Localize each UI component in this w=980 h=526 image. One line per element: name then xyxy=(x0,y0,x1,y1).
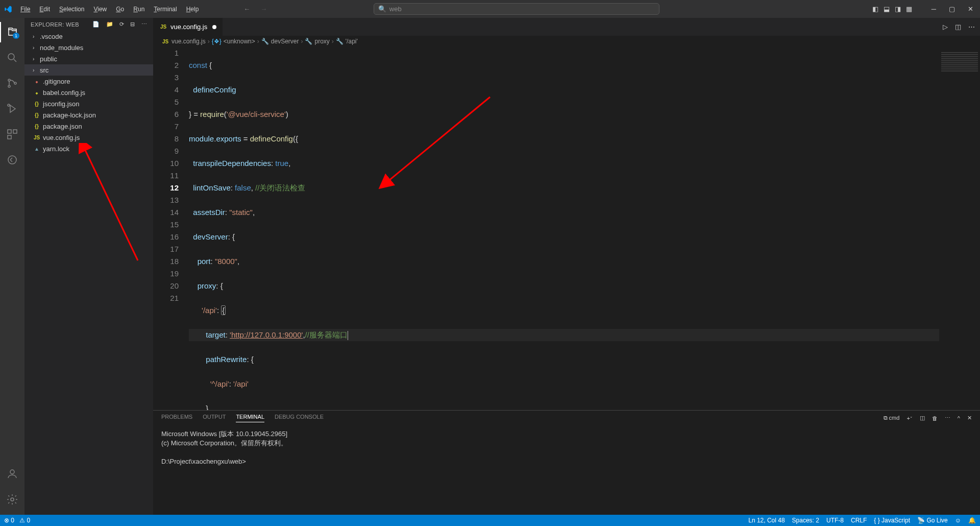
menu-edit[interactable]: Edit xyxy=(35,4,54,15)
tree-file[interactable]: {}package-lock.json xyxy=(24,109,153,121)
js-file-icon: JS xyxy=(161,37,169,45)
activity-debug-icon[interactable] xyxy=(0,99,24,119)
svg-point-3 xyxy=(8,85,10,87)
command-center[interactable]: 🔍 web xyxy=(374,3,659,15)
file-tree: ›.vscode ›node_modules ›public ›src ⬥.gi… xyxy=(24,31,153,515)
status-errors[interactable]: ⊗ 0 xyxy=(4,517,14,524)
activity-account-icon[interactable] xyxy=(0,464,24,484)
code-content[interactable]: const { defineConfig } = require('@vue/c… xyxy=(189,47,939,410)
tree-file[interactable]: {}package.json xyxy=(24,121,153,132)
activity-search-icon[interactable] xyxy=(0,47,24,68)
svg-rect-9 xyxy=(8,135,11,139)
status-lang[interactable]: { } JavaScript xyxy=(874,517,910,524)
chevron-right-icon: › xyxy=(33,34,38,39)
new-folder-icon[interactable]: 📁 xyxy=(106,21,113,28)
tree-file[interactable]: ▲yarn.lock xyxy=(24,143,153,154)
run-icon[interactable]: ▷ xyxy=(943,23,948,31)
svg-point-10 xyxy=(8,156,16,164)
tree-file[interactable]: JSvue.config.js xyxy=(24,132,153,143)
json-file-icon: {} xyxy=(33,100,41,108)
tree-file[interactable]: {}jsconfig.json xyxy=(24,98,153,109)
nav-forward-icon[interactable]: → xyxy=(260,5,267,13)
nav-back-icon[interactable]: ← xyxy=(243,5,250,13)
svg-marker-5 xyxy=(10,105,15,112)
terminal-content[interactable]: Microsoft Windows [版本 10.0.19045.2965] (… xyxy=(153,425,980,515)
tree-folder[interactable]: ›public xyxy=(24,53,153,64)
menu-help[interactable]: Help xyxy=(182,4,203,15)
status-spaces[interactable]: Spaces: 2 xyxy=(792,517,819,524)
menu-file[interactable]: File xyxy=(16,4,34,15)
menu-selection[interactable]: Selection xyxy=(55,4,88,15)
chevron-right-icon: › xyxy=(33,56,38,62)
tab-label: vue.config.js xyxy=(170,23,207,31)
minimap[interactable] xyxy=(939,47,980,410)
chevron-right-icon: › xyxy=(33,67,38,73)
status-bell-icon[interactable]: 🔔 xyxy=(968,517,976,524)
editor-area: JS vue.config.js ▷ ◫ ⋯ JS vue.config.js›… xyxy=(153,18,980,515)
tree-folder-src[interactable]: ›src xyxy=(24,64,153,76)
panel: PROBLEMS OUTPUT TERMINAL DEBUG CONSOLE ⧉… xyxy=(153,410,980,515)
panel-tab-terminal[interactable]: TERMINAL xyxy=(236,414,264,422)
terminal-split-icon[interactable]: ◫ xyxy=(920,415,925,421)
split-icon[interactable]: ◫ xyxy=(955,23,961,31)
status-encoding[interactable]: UTF-8 xyxy=(826,517,844,524)
js-file-icon: ⬥ xyxy=(33,88,41,97)
terminal-trash-icon[interactable]: 🗑 xyxy=(932,415,938,421)
menu-view[interactable]: View xyxy=(89,4,111,15)
js-file-icon: JS xyxy=(159,23,167,31)
panel-max-icon[interactable]: ^ xyxy=(958,415,960,421)
json-file-icon: {} xyxy=(33,111,41,119)
tree-file[interactable]: ⬥babel.config.js xyxy=(24,87,153,98)
terminal-new-icon[interactable]: +˅ xyxy=(906,415,912,421)
activity-scm-icon[interactable] xyxy=(0,73,24,93)
panel-tab-output[interactable]: OUTPUT xyxy=(203,414,226,422)
status-warnings[interactable]: ⚠ 0 xyxy=(19,517,30,524)
menu-go[interactable]: Go xyxy=(112,4,128,15)
tab-vue-config[interactable]: JS vue.config.js xyxy=(153,18,223,36)
refresh-icon[interactable]: ⟳ xyxy=(119,21,124,28)
menu-run[interactable]: Run xyxy=(129,4,149,15)
tree-folder[interactable]: ›.vscode xyxy=(24,31,153,42)
panel-tab-debug[interactable]: DEBUG CONSOLE xyxy=(275,414,324,422)
more-icon[interactable]: ⋯ xyxy=(141,21,147,28)
collapse-icon[interactable]: ⊟ xyxy=(130,21,135,28)
sidebar-header: EXPLORER: WEB 📄 📁 ⟳ ⊟ ⋯ xyxy=(24,18,153,31)
json-file-icon: {} xyxy=(33,122,41,130)
tree-file[interactable]: ⬥.gitignore xyxy=(24,76,153,87)
panel-close-icon[interactable]: ✕ xyxy=(967,415,972,421)
panel-left-icon[interactable]: ◧ xyxy=(872,5,878,13)
panel-tabs: PROBLEMS OUTPUT TERMINAL DEBUG CONSOLE ⧉… xyxy=(153,411,980,425)
status-feedback-icon[interactable]: ☺ xyxy=(955,517,961,524)
layout-icon[interactable]: ▦ xyxy=(906,5,912,13)
panel-right-icon[interactable]: ◨ xyxy=(895,5,901,13)
svg-rect-8 xyxy=(13,130,17,133)
new-file-icon[interactable]: 📄 xyxy=(92,21,100,28)
panel-tab-problems[interactable]: PROBLEMS xyxy=(161,414,192,422)
js-file-icon: JS xyxy=(33,133,41,141)
lock-file-icon: ▲ xyxy=(33,145,41,153)
status-bar: ⊗ 0 ⚠ 0 Ln 12, Col 48 Spaces: 2 UTF-8 CR… xyxy=(0,515,980,526)
explorer-badge: 1 xyxy=(13,33,19,39)
activity-extensions-icon[interactable] xyxy=(0,124,24,145)
tab-more-icon[interactable]: ⋯ xyxy=(968,23,975,31)
activity-remote-icon[interactable] xyxy=(0,150,24,170)
status-golive[interactable]: 📡 Go Live xyxy=(917,517,948,524)
svg-rect-7 xyxy=(8,130,11,133)
tree-folder[interactable]: ›node_modules xyxy=(24,42,153,53)
panel-bottom-icon[interactable]: ⬓ xyxy=(884,5,890,13)
terminal-shell-icon[interactable]: ⧉ cmd xyxy=(884,415,900,421)
menu-terminal[interactable]: Terminal xyxy=(150,4,181,15)
chevron-right-icon: › xyxy=(33,45,38,51)
close-icon[interactable]: ✕ xyxy=(968,5,973,13)
title-bar: File Edit Selection View Go Run Terminal… xyxy=(0,0,980,18)
activity-settings-icon[interactable] xyxy=(0,489,24,510)
activity-explorer-icon[interactable]: 1 xyxy=(0,22,24,42)
minimize-icon[interactable]: ─ xyxy=(932,5,936,13)
status-eol[interactable]: CRLF xyxy=(851,517,867,524)
breadcrumbs[interactable]: JS vue.config.js› {❖}<unknown>› 🔧devServ… xyxy=(153,36,980,47)
editor[interactable]: 123456789101112131415161718192021 const … xyxy=(153,47,980,410)
status-line-col[interactable]: Ln 12, Col 48 xyxy=(748,517,785,524)
terminal-more-icon[interactable]: ⋯ xyxy=(945,415,950,421)
maximize-icon[interactable]: ▢ xyxy=(949,5,955,13)
nav-arrows: ← → xyxy=(243,5,267,13)
